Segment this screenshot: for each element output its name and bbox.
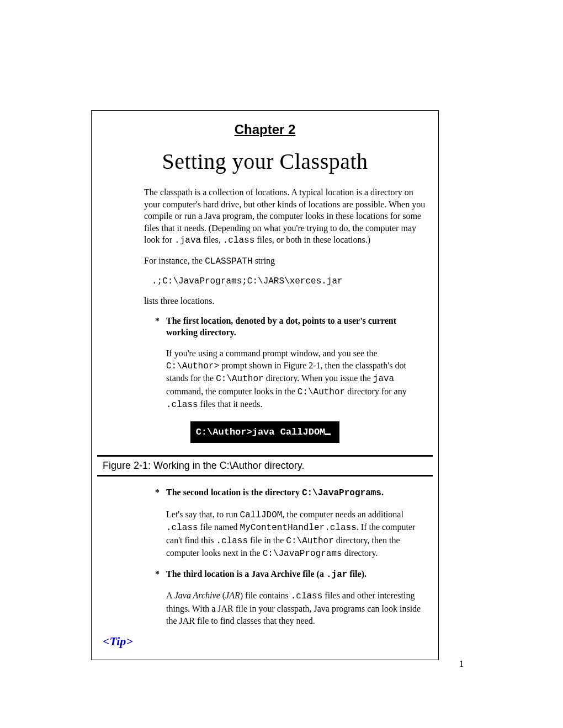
intro-paragraph-2: For instance, the CLASSPATH string	[144, 255, 427, 268]
figure-caption-block: Figure 2-1: Working in the C:\Author dir…	[97, 455, 433, 477]
code-inline: C:\Author	[216, 374, 263, 384]
text: file named	[198, 522, 240, 532]
text: files,	[201, 235, 223, 244]
text: string	[253, 256, 275, 265]
divider	[97, 475, 433, 477]
italic-text: Java Archive	[174, 591, 220, 600]
bullet-3: * The third location is a Java Archive f…	[155, 568, 427, 627]
text: files, or both in these locations.)	[254, 235, 370, 244]
bullet-1: * The first location, denoted by a dot, …	[155, 315, 427, 411]
bullet-2-head-text: The second location is the directory C:\…	[166, 486, 384, 500]
code-inline: CLASSPATH	[205, 256, 252, 266]
bullets-continued: * The second location is the directory C…	[144, 486, 427, 627]
text: A	[166, 591, 174, 600]
text: command, the computer looks in the	[166, 387, 298, 396]
text: directory for any	[345, 387, 407, 396]
text: file).	[347, 569, 367, 579]
code-inline: .jar	[326, 570, 347, 580]
code-inline: .class	[291, 591, 323, 601]
bullet-3-head-text: The third location is a Java Archive fil…	[166, 568, 367, 581]
bullet-3-body: A Java Archive (JAR) file contains .clas…	[166, 590, 427, 627]
code-inline: .class	[166, 523, 198, 533]
terminal-text: C:\Author>java CallJDOM	[196, 427, 326, 437]
bullet-2-body: Let's say that, to run CallJDOM, the com…	[166, 508, 427, 560]
text: .	[381, 488, 384, 497]
bullet-1-head: * The first location, denoted by a dot, …	[155, 315, 427, 339]
document-title: Setting your Classpath	[103, 148, 427, 174]
code-inline: .class	[216, 536, 248, 546]
italic-text: JAR	[225, 591, 240, 600]
text: Let's say that, to run	[166, 510, 240, 519]
text: directory. When you issue the	[264, 373, 373, 383]
bullet-1-body: If you're using a command prompt window,…	[166, 347, 427, 411]
figure-caption: Figure 2-1: Working in the C:\Author dir…	[97, 457, 433, 475]
bullet-1-head-text: The first location, denoted by a dot, po…	[166, 315, 427, 339]
intro-block: The classpath is a collection of locatio…	[144, 186, 427, 411]
bullet-2-head: * The second location is the directory C…	[155, 486, 427, 500]
page-content-frame: Chapter 2 Setting your Classpath The cla…	[91, 110, 439, 660]
code-inline: C:\Author	[286, 536, 333, 546]
code-inline: java	[373, 374, 394, 384]
text: files that it needs.	[198, 399, 263, 409]
code-inline: .class	[223, 235, 255, 245]
code-inline: .class	[166, 400, 198, 410]
text: If you're using a command prompt window,…	[166, 349, 378, 358]
code-inline: C:\Author>	[166, 361, 219, 371]
code-inline: MyContentHandler.class	[240, 523, 357, 533]
text: The second location is the directory	[166, 488, 302, 497]
terminal-figure: C:\Author>java CallJDOM	[103, 421, 427, 443]
bullet-star-icon: *	[155, 568, 166, 581]
text: The third location is a Java Archive fil…	[166, 569, 326, 579]
code-inline: .java	[174, 235, 201, 245]
tip-tag: <Tip>	[103, 634, 427, 649]
code-inline: C:\JavaPrograms	[302, 488, 381, 498]
page-number: 1	[459, 659, 464, 669]
code-inline: CallJDOM	[240, 510, 283, 520]
text: , the computer needs an additional	[282, 510, 403, 519]
text: file in the	[248, 536, 286, 545]
intro-paragraph-1: The classpath is a collection of locatio…	[144, 186, 427, 247]
bullet-2: * The second location is the directory C…	[155, 486, 427, 560]
bullet-3-head: * The third location is a Java Archive f…	[155, 568, 427, 581]
text: For instance, the	[144, 256, 205, 265]
intro-paragraph-3: lists three locations.	[144, 295, 427, 307]
text: directory.	[342, 548, 378, 558]
code-inline: C:\JavaPrograms	[263, 549, 342, 559]
cursor-icon	[325, 433, 331, 435]
bullet-star-icon: *	[155, 486, 166, 500]
text: (	[220, 591, 225, 600]
bullet-star-icon: *	[155, 315, 166, 339]
text: ) file contains	[240, 591, 291, 600]
terminal-window: C:\Author>java CallJDOM	[190, 421, 340, 443]
classpath-example-code: .;C:\JavaPrograms;C:\JARS\xerces.jar	[152, 276, 427, 288]
code-inline: C:\Author	[298, 387, 345, 397]
chapter-heading: Chapter 2	[103, 122, 427, 137]
